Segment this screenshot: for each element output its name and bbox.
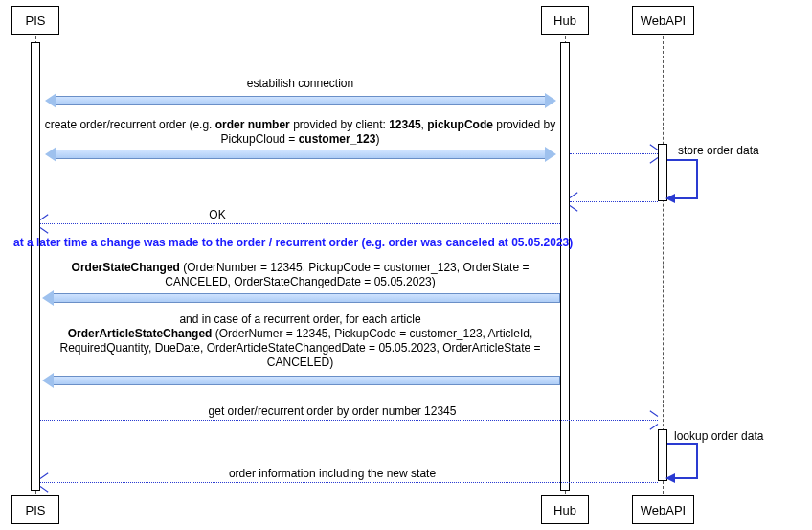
participant-hub-top: Hub [541,6,589,35]
activation-webapi-1 [658,144,667,201]
participant-webapi-bottom: WebAPI [632,495,694,524]
msg-create-order: create order/recurrent order (e.g. order… [40,118,560,147]
self-call-store-icon [667,159,698,199]
participant-pis-top: PIS [11,6,59,35]
arrow-osc-icon [54,293,560,303]
arrow-create-order-icon [56,150,546,159]
arrow-hub-to-webapi-1-icon [570,153,658,154]
arrow-get-order-icon [40,420,658,421]
self-call-lookup-icon [667,443,698,479]
msg-store-order: store order data [678,144,802,158]
participant-pis-bottom: PIS [11,495,59,524]
arrow-oasc-icon [54,376,560,385]
arrow-establish-icon [56,96,546,105]
msg-get-order: get order/recurrent order by order numbe… [40,404,624,419]
msg-ok: OK [40,208,395,222]
msg-order-info: order information including the new stat… [40,467,624,481]
participant-hub-bottom: Hub [541,495,589,524]
participant-webapi-top: WebAPI [632,6,694,35]
msg-lookup: lookup order data [674,429,808,444]
arrow-webapi-to-hub-1-icon [570,201,658,202]
lifeline-webapi [663,36,664,494]
msg-order-article-state-changed: and in case of a recurrent order, for ea… [40,312,560,370]
activation-hub [560,42,570,491]
msg-establish: estabilish connection [40,77,560,91]
note-later-change: at a later time a change was made to the… [13,236,799,249]
activation-pis [31,42,40,491]
sequence-diagram: PIS Hub WebAPI estabilish connection cre… [0,0,812,530]
arrow-ok-icon [40,223,560,224]
msg-order-state-changed: OrderStateChanged (OrderNumber = 12345, … [40,261,560,289]
arrow-order-info-icon [40,482,658,483]
